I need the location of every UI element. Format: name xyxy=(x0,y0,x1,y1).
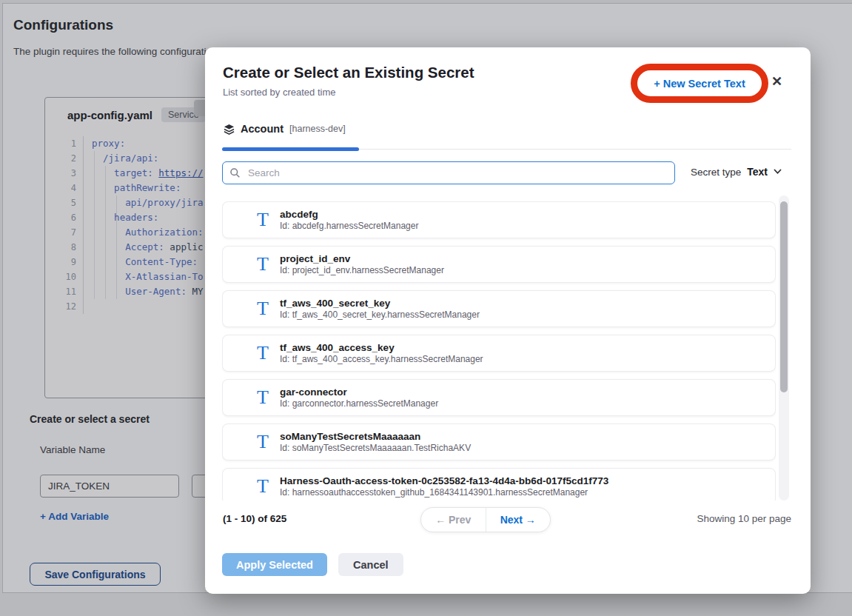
text-secret-icon: T xyxy=(255,255,271,274)
per-page-label: Showing 10 per page xyxy=(697,513,791,524)
secret-type-select[interactable]: Secret type Text xyxy=(691,166,782,178)
search-icon xyxy=(229,167,241,178)
secret-name: tf_aws_400_secret_key xyxy=(280,297,480,309)
secret-name: abcdefg xyxy=(280,208,418,221)
chevron-down-icon xyxy=(774,169,782,175)
list-scrollbar-thumb[interactable] xyxy=(780,201,788,392)
text-secret-icon: T xyxy=(255,432,271,452)
pager: ← Prev Next → xyxy=(420,507,551,532)
secret-id: Id: abcdefg.harnessSecretManager xyxy=(280,221,418,232)
close-icon[interactable]: ✕ xyxy=(771,75,782,88)
pagination-range: (1 - 10) of 625 xyxy=(223,513,286,524)
secret-name: soManyTestSecretsMaaaaaan xyxy=(280,430,471,443)
secret-list-item[interactable]: T tf_aws_400_secret_key Id: tf_aws_400_s… xyxy=(222,290,776,327)
secret-type-value: Text xyxy=(747,166,768,178)
search-box xyxy=(222,161,675,184)
search-input[interactable] xyxy=(246,167,668,179)
modal-subtitle: List sorted by created time xyxy=(223,87,335,98)
tab-account-scope: [harness-dev] xyxy=(289,124,346,134)
cancel-button[interactable]: Cancel xyxy=(338,553,403,576)
apply-selected-button[interactable]: Apply Selected xyxy=(222,553,327,576)
text-secret-icon: T xyxy=(255,477,271,496)
annotation-highlight-ring: + New Secret Text xyxy=(631,64,768,103)
screen: Configurations The plugin requires the f… xyxy=(0,0,852,616)
secret-name: gar-connector xyxy=(280,386,438,398)
select-secret-modal: Create or Select an Existing Secret List… xyxy=(205,47,811,594)
text-secret-icon: T xyxy=(255,299,271,318)
secret-list-item[interactable]: T gar-connector Id: garconnector.harness… xyxy=(222,379,776,416)
new-secret-text-button[interactable]: + New Secret Text xyxy=(646,73,752,94)
text-secret-icon: T xyxy=(255,344,271,363)
secret-list: T abcdefg Id: abcdefg.harnessSecretManag… xyxy=(222,201,776,500)
secret-id: Id: tf_aws_400_access_key.harnessSecretM… xyxy=(280,354,483,365)
secret-list-item[interactable]: T soManyTestSecretsMaaaaaan Id: soManyTe… xyxy=(222,424,776,461)
modal-title: Create or Select an Existing Secret xyxy=(223,64,474,81)
secret-id: Id: soManyTestSecretsMaaaaaan.TestRichaA… xyxy=(280,443,471,454)
secret-name: tf_aws_400_access_key xyxy=(280,341,483,354)
secret-id: Id: garconnector.harnessSecretManager xyxy=(280,398,438,409)
list-scrollbar-track xyxy=(779,195,789,500)
prev-button[interactable]: ← Prev xyxy=(421,508,486,532)
secret-list-item[interactable]: T project_id_env Id: project_id_env.harn… xyxy=(222,246,776,283)
secret-list-item[interactable]: T abcdefg Id: abcdefg.harnessSecretManag… xyxy=(222,201,776,238)
text-secret-icon: T xyxy=(255,210,271,230)
secret-id: Id: tf_aws_400_secret_key.harnessSecretM… xyxy=(280,309,480,321)
active-tab-underline xyxy=(222,147,359,151)
layers-icon xyxy=(224,124,235,135)
tab-account-label: Account xyxy=(241,123,284,135)
text-secret-icon: T xyxy=(255,388,271,407)
tab-bar: Account [harness-dev] xyxy=(222,118,791,150)
secret-list-item[interactable]: T Harness-Oauth-access-token-0c253582-fa… xyxy=(222,468,776,500)
secret-name: project_id_env xyxy=(280,252,444,265)
secret-type-label: Secret type xyxy=(691,167,741,178)
secret-id: Id: harnessoauthaccesstoken_github_16843… xyxy=(280,487,608,498)
secret-id: Id: project_id_env.harnessSecretManager xyxy=(280,265,444,276)
tab-account[interactable]: Account [harness-dev] xyxy=(222,118,347,139)
next-button[interactable]: Next → xyxy=(486,508,551,532)
secret-list-item[interactable]: T tf_aws_400_access_key Id: tf_aws_400_a… xyxy=(222,335,776,372)
secret-name: Harness-Oauth-access-token-0c253582-fa13… xyxy=(280,475,608,487)
